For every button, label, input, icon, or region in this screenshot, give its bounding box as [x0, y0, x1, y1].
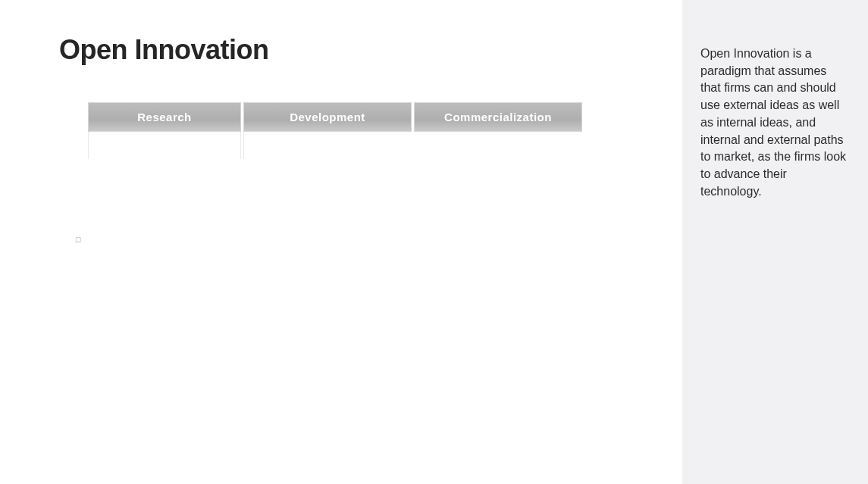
stage-body-research: [88, 132, 241, 159]
stage-body-development: [243, 132, 412, 159]
sidebar: Open Innovation is a paradigm that assum…: [682, 0, 868, 484]
main-content: Open Innovation Research Development Com…: [0, 0, 682, 484]
stage-header-commercialization: Commercialization: [414, 102, 582, 132]
decorative-marker: ◻: [75, 235, 80, 241]
stage-body-commercialization: [414, 132, 582, 159]
stages-body-row: [88, 132, 652, 159]
page-title: Open Innovation: [59, 34, 652, 66]
stages-header-row: Research Development Commercialization: [88, 102, 652, 132]
sidebar-description: Open Innovation is a paradigm that assum…: [700, 45, 850, 200]
stage-header-development: Development: [243, 102, 412, 132]
stage-header-research: Research: [88, 102, 241, 132]
